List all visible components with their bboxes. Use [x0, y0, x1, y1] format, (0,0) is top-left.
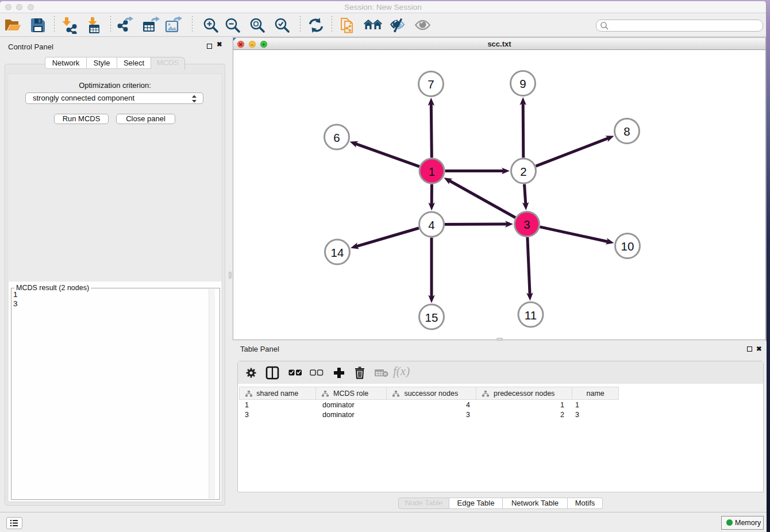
svg-text:6: 6 [333, 131, 340, 144]
svg-text:8: 8 [623, 125, 630, 138]
svg-text:14: 14 [331, 246, 344, 259]
svg-text:11: 11 [525, 309, 537, 322]
svg-text:2: 2 [520, 165, 526, 178]
svg-text:15: 15 [425, 311, 438, 324]
svg-text:7: 7 [428, 78, 434, 91]
svg-text:9: 9 [519, 77, 526, 90]
svg-text:10: 10 [621, 240, 634, 253]
svg-text:3: 3 [523, 218, 530, 231]
svg-text:4: 4 [428, 218, 434, 232]
svg-text:1: 1 [429, 165, 435, 178]
